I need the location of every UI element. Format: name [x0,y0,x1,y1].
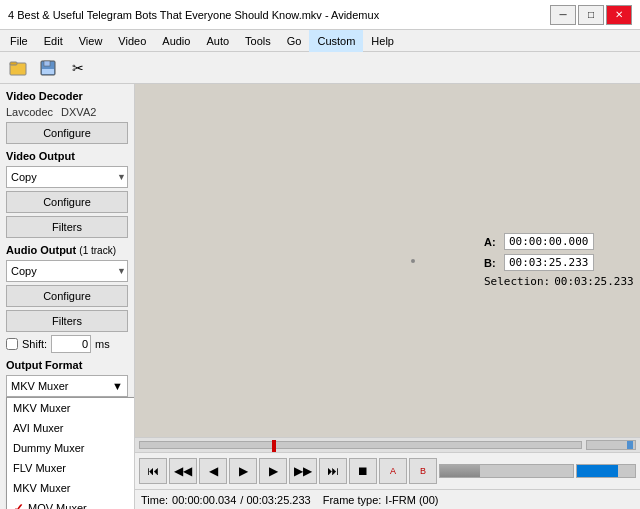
video-decoder-title: Video Decoder [6,90,128,102]
frame-value: I-FRM (00) [385,494,438,506]
menu-auto[interactable]: Auto [198,30,237,52]
menu-video[interactable]: Video [110,30,154,52]
format-option-dummy[interactable]: Dummy Muxer [7,438,135,458]
goto-end-button[interactable]: ⏭ [319,458,347,484]
format-option-flv[interactable]: FLV Muxer [7,458,135,478]
video-output-select[interactable]: Copy [6,166,128,188]
decoder-info: Lavcodec DXVA2 [6,106,128,118]
output-format-list: MKV Muxer AVI Muxer Dummy Muxer FLV Muxe… [6,397,135,509]
format-option-mkv2[interactable]: MKV Muxer [7,478,135,498]
cut-button[interactable]: ✂ [64,55,92,81]
save-icon [39,59,57,77]
shift-label: Shift: [22,338,47,350]
step-back-button[interactable]: ◀◀ [169,458,197,484]
audio-output-select-wrapper: Copy ▼ [6,260,128,282]
save-button[interactable] [34,55,62,81]
frame-status: Frame type: I-FRM (00) [323,494,439,506]
menu-file[interactable]: File [2,30,36,52]
output-format-title: Output Format [6,359,128,371]
audio-output-filters-button[interactable]: Filters [6,310,128,332]
open-icon [9,59,27,77]
minimize-button[interactable]: ─ [550,5,576,25]
close-button[interactable]: ✕ [606,5,632,25]
selection-label: Selection: [484,275,550,288]
timeline-row [135,437,640,453]
right-panel: A: 00:00:00.000 B: 00:03:25.233 Selectio… [135,84,640,509]
prev-frame-button[interactable]: ◀ [199,458,227,484]
video-output-select-wrapper: Copy ▼ [6,166,128,188]
mov-checkmark: ✓ [13,501,24,510]
volume-slider[interactable] [576,464,636,478]
timeline-track[interactable] [139,441,582,449]
video-decoder-configure-button[interactable]: Configure [6,122,128,144]
video-center-dot [411,259,415,263]
toolbar: ✂ [0,52,640,84]
menu-audio[interactable]: Audio [154,30,198,52]
open-button[interactable] [4,55,32,81]
window-title: 4 Best & Useful Telegram Bots That Every… [8,9,379,21]
goto-start-button[interactable]: ⏮ [139,458,167,484]
menu-view[interactable]: View [71,30,111,52]
output-format-dropdown[interactable]: MKV Muxer ▼ [6,375,128,397]
mark-b-button[interactable]: B [409,458,437,484]
time-panel: A: 00:00:00.000 B: 00:03:25.233 Selectio… [480,84,640,437]
menu-help[interactable]: Help [363,30,402,52]
audio-output-select[interactable]: Copy [6,260,128,282]
a-value: 00:00:00.000 [504,233,594,250]
next-frame-button[interactable]: ▶ [259,458,287,484]
mark-a-button[interactable]: A [379,458,407,484]
window-controls: ─ □ ✕ [550,5,632,25]
video-preview: A: 00:00:00.000 B: 00:03:25.233 Selectio… [135,84,640,437]
svg-rect-3 [44,61,50,66]
step-forward-button[interactable]: ▶▶ [289,458,317,484]
menu-bar: File Edit View Video Audio Auto Tools Go… [0,30,640,52]
zoom-marker [627,441,633,449]
duration-value: / 00:03:25.233 [240,494,310,506]
format-option-avi[interactable]: AVI Muxer [7,418,135,438]
timeline-zoom [586,440,636,450]
shift-checkbox[interactable] [6,338,18,350]
shift-unit: ms [95,338,110,350]
video-output-title: Video Output [6,150,128,162]
a-label: A: [484,236,500,248]
maximize-button[interactable]: □ [578,5,604,25]
status-bar: Time: 00:00:00.034 / 00:03:25.233 Frame … [135,489,640,509]
menu-tools[interactable]: Tools [237,30,279,52]
audio-output-configure-button[interactable]: Configure [6,285,128,307]
decoder-codec: Lavcodec [6,106,53,118]
title-bar: 4 Best & Useful Telegram Bots That Every… [0,0,640,30]
b-value: 00:03:25.233 [504,254,594,271]
audio-output-title: Audio Output (1 track) [6,244,128,256]
b-label: B: [484,257,500,269]
time-status: Time: 00:00:00.034 / 00:03:25.233 [141,494,311,506]
output-format-dropdown-wrapper: MKV Muxer ▼ MKV Muxer AVI Muxer Dummy Mu… [6,375,128,397]
menu-edit[interactable]: Edit [36,30,71,52]
video-output-configure-button[interactable]: Configure [6,191,128,213]
dropdown-arrow-icon: ▼ [112,380,123,392]
a-time-row: A: 00:00:00.000 [484,233,636,250]
shift-row: Shift: ms [6,335,128,353]
svg-rect-1 [10,62,17,65]
play-button[interactable]: ▶ [229,458,257,484]
timeline-position [272,440,276,452]
menu-custom[interactable]: Custom [309,30,363,52]
selection-row: Selection: 00:03:25.233 [484,275,636,288]
format-option-mov[interactable]: ✓ MOV Muxer [7,498,135,509]
volume-fill [577,465,618,477]
video-output-filters-button[interactable]: Filters [6,216,128,238]
frame-label: Frame type: [323,494,382,506]
time-label: Time: [141,494,168,506]
time-value: 00:00:00.034 [172,494,236,506]
shift-input[interactable] [51,335,91,353]
selection-value: 00:03:25.233 [554,275,633,288]
main-container: Video Decoder Lavcodec DXVA2 Configure V… [0,84,640,509]
progress-bar[interactable] [439,464,574,478]
left-panel: Video Decoder Lavcodec DXVA2 Configure V… [0,84,135,509]
format-option-mkv[interactable]: MKV Muxer [7,398,135,418]
playback-bar: ⏮ ◀◀ ◀ ▶ ▶ ▶▶ ⏭ ⏹ A B [135,453,640,489]
decoder-mode: DXVA2 [61,106,96,118]
stop-button[interactable]: ⏹ [349,458,377,484]
menu-go[interactable]: Go [279,30,310,52]
b-time-row: B: 00:03:25.233 [484,254,636,271]
progress-fill [440,465,480,477]
